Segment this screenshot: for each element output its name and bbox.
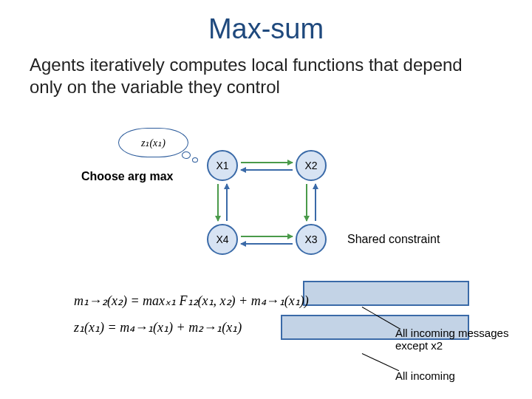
equation-m12: m₁→₂(x₂) = maxₓ₁ F₁₂(x₁, x₂) + m₄→₁(x₁)) — [74, 293, 488, 309]
node-x4: X4 — [207, 224, 238, 255]
cloud-formula: z₁(x₁) — [118, 128, 188, 157]
node-x3: X3 — [296, 224, 327, 255]
arrow-x4-x1 — [226, 184, 228, 221]
factor-graph-diagram: z₁(x₁) Choose arg max X1 X2 X3 X4 Shared… — [0, 129, 532, 277]
arrow-x2-x1 — [241, 169, 293, 171]
arrow-x3-x4 — [241, 243, 293, 245]
arrow-x1-x2 — [241, 162, 293, 163]
slide-title: Max-sum — [0, 0, 532, 45]
callout-all-incoming: All incoming — [395, 369, 521, 382]
node-x1: X1 — [207, 150, 238, 181]
cloud-puff — [182, 151, 191, 159]
callout-incoming-except-x2: All incoming messages except x2 — [395, 327, 521, 352]
choose-argmax-label: Choose arg max — [81, 170, 173, 183]
arrow-x3-x2 — [315, 184, 316, 221]
node-x2: X2 — [296, 150, 327, 181]
arrow-x4-x3 — [241, 236, 293, 237]
callout-line — [362, 353, 399, 371]
arrow-x1-x4 — [217, 184, 219, 221]
thought-cloud: z₁(x₁) — [118, 128, 188, 157]
arrow-x2-x3 — [306, 184, 307, 221]
slide-subtitle: Agents iteratively computes local functi… — [0, 45, 532, 98]
cloud-puff — [192, 157, 198, 163]
shared-constraint-label: Shared constraint — [347, 233, 440, 246]
